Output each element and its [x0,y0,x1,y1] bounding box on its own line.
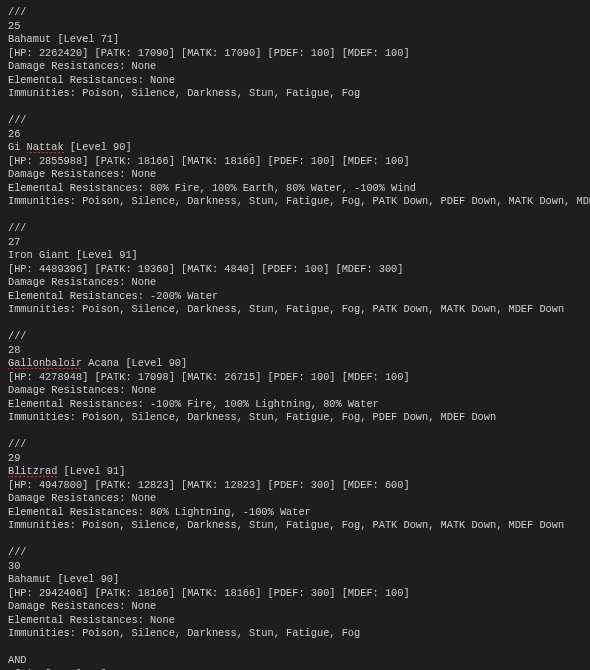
entry-index: 27 [8,236,582,250]
immunities-line: Immunities: Poison, Silence, Darkness, S… [8,87,582,101]
immunities-line: Immunities: Poison, Silence, Darkness, S… [8,303,582,317]
damage-resistances-line: Damage Resistances: None [8,168,582,182]
stats-line: [HP: 2942406] [PATK: 18166] [MATK: 18166… [8,587,582,601]
divider-line: /// [8,438,582,452]
entity-name-line: Blitzrad [Level 91] [8,465,582,479]
entity-name-line: Bahamut [Level 71] [8,33,582,47]
entity-name-line: Gi Nattak [Level 90] [8,141,582,155]
divider-line: /// [8,330,582,344]
blank-line [8,101,582,115]
damage-resistances-line: Damage Resistances: None [8,384,582,398]
stats-line: [HP: 4947800] [PATK: 12823] [MATK: 12823… [8,479,582,493]
entry-index: 25 [8,20,582,34]
damage-resistances-line: Damage Resistances: None [8,492,582,506]
stats-line: [HP: 4278948] [PATK: 17098] [MATK: 26715… [8,371,582,385]
damage-resistances-line: Damage Resistances: None [8,60,582,74]
blank-line [8,425,582,439]
blank-line [8,533,582,547]
blank-line [8,317,582,331]
elemental-resistances-line: Elemental Resistances: -200% Water [8,290,582,304]
damage-resistances-line: Damage Resistances: None [8,276,582,290]
divider-line: /// [8,6,582,20]
entry-index: 26 [8,128,582,142]
damage-resistances-line: Damage Resistances: None [8,600,582,614]
divider-line: /// [8,114,582,128]
elemental-resistances-line: Elemental Resistances: None [8,614,582,628]
text-editor-content[interactable]: ///25Bahamut [Level 71][HP: 2262420] [PA… [0,0,590,670]
elemental-resistances-line: Elemental Resistances: 80% Fire, 100% Ea… [8,182,582,196]
immunities-line: Immunities: Poison, Silence, Darkness, S… [8,195,582,209]
blank-line [8,209,582,223]
entry-index: 29 [8,452,582,466]
stats-line: [HP: 2262420] [PATK: 17090] [MATK: 17090… [8,47,582,61]
immunities-line: Immunities: Poison, Silence, Darkness, S… [8,627,582,641]
stats-line: [HP: 4489396] [PATK: 19360] [MATK: 4840]… [8,263,582,277]
immunities-line: Immunities: Poison, Silence, Darkness, S… [8,411,582,425]
divider-line: /// [8,222,582,236]
stats-line: [HP: 2855988] [PATK: 18166] [MATK: 18166… [8,155,582,169]
entity-name-line: Gallonbaloir Acana [Level 90] [8,357,582,371]
entity-name-line: Iron Giant [Level 91] [8,249,582,263]
entry-index: 30 [8,560,582,574]
and-separator: AND [8,654,582,668]
entry-index: 28 [8,344,582,358]
entity-name-line: Bahamut [Level 90] [8,573,582,587]
blank-line [8,641,582,655]
elemental-resistances-line: Elemental Resistances: -100% Fire, 100% … [8,398,582,412]
elemental-resistances-line: Elemental Resistances: 80% Lightning, -1… [8,506,582,520]
divider-line: /// [8,546,582,560]
immunities-line: Immunities: Poison, Silence, Darkness, S… [8,519,582,533]
elemental-resistances-line: Elemental Resistances: None [8,74,582,88]
